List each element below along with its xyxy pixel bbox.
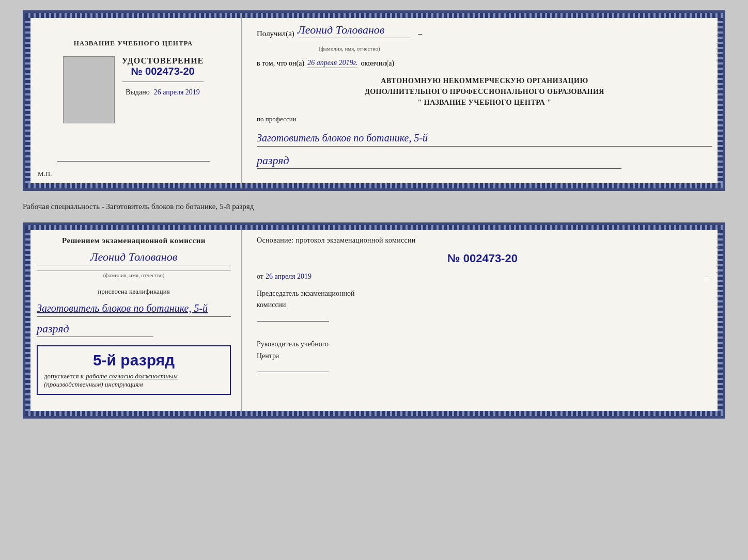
doc2-right-page: Основание: протокол экзаменационной коми… <box>242 225 723 416</box>
school-name-left: НАЗВАНИЕ УЧЕБНОГО ЦЕНТРА <box>74 39 193 48</box>
predsedatel-title: Председатель экзаменационной <box>257 288 708 299</box>
vydano-date: 26 апреля 2019 <box>154 88 200 96</box>
predsedatel-signature <box>257 311 329 322</box>
right-dashes: – – – и а ← – – – – – <box>715 23 721 104</box>
udostoverenie-title: УДОСТОВЕРЕНИЕ <box>122 56 204 66</box>
document-1: НАЗВАНИЕ УЧЕБНОГО ЦЕНТРА УДОСТОВЕРЕНИЕ №… <box>23 10 725 191</box>
doc1-right-page: Получил(а) Леонид Толованов – (фамилия, … <box>242 13 723 188</box>
org-name: " НАЗВАНИЕ УЧЕБНОГО ЦЕНТРА " <box>257 97 712 108</box>
dopuskaetsya-row: допускается к работе согласно должностны… <box>44 372 224 380</box>
photo-placeholder <box>63 56 115 123</box>
ot-label: от <box>257 273 263 281</box>
osnovanie-title: Основание: протокол экзаменационной коми… <box>257 236 708 245</box>
doc2-left-page: Решением экзаменационной комиссии Леонид… <box>25 225 242 416</box>
fio-hint-2: (фамилия, имя, отчество) <box>37 270 231 278</box>
poluchil-row: Получил(а) Леонид Толованов – <box>257 23 712 38</box>
ot-date-value: 26 апреля 2019 <box>266 273 311 281</box>
recipient-name: Леонид Толованов <box>298 23 411 38</box>
stamp-box: 5-й разряд допускается к работе согласно… <box>37 345 231 395</box>
okoncil-label: окончил(а) <box>361 59 394 68</box>
org-line1: АВТОНОМНУЮ НЕКОММЕРЧЕСКУЮ ОРГАНИЗАЦИЮ <box>257 75 712 86</box>
professiya: Заготовитель блоков по ботанике, 5-й <box>257 131 712 147</box>
name2: Леонид Толованов <box>37 250 231 265</box>
poluchil-label: Получил(а) <box>257 29 294 38</box>
resheniem-title: Решением экзаменационной комиссии <box>37 236 231 245</box>
vtom-row: в том, что он(а) 26 апреля 2019г. окончи… <box>257 59 712 68</box>
fio-hint-1: (фамилия, имя, отчество) <box>319 45 380 52</box>
ot-date-row: от 26 апреля 2019 – <box>257 273 708 281</box>
predsedatel-subtitle: комиссии <box>257 299 708 311</box>
rukovoditel-signature <box>257 362 329 372</box>
dash-1: – <box>418 29 423 38</box>
okoncil-date: 26 апреля 2019г. <box>307 59 357 68</box>
rukovoditel-subtitle: Центра <box>257 350 708 362</box>
org-line2: ДОПОЛНИТЕЛЬНОГО ПРОФЕССИОНАЛЬНОГО ОБРАЗО… <box>257 86 712 97</box>
vtom-label: в том, что он(а) <box>257 59 304 68</box>
rukovoditel-title: Руководитель учебного <box>257 339 708 350</box>
document-2: Решением экзаменационной комиссии Леонид… <box>23 222 725 419</box>
razryad2: разряд <box>37 322 153 337</box>
prisvoena-label: присвоена квалификация <box>37 287 231 296</box>
doc1-left-page: НАЗВАНИЕ УЧЕБНОГО ЦЕНТРА УДОСТОВЕРЕНИЕ №… <box>25 13 242 188</box>
predsedatel-block: Председатель экзаменационной комиссии <box>257 288 708 325</box>
specialty-label: Рабочая специальность - Заготовитель бло… <box>23 200 725 213</box>
dopuskaetsya: допускается к <box>44 372 84 380</box>
udostoverenie-number: № 002473-20 <box>122 66 204 77</box>
dopuskaetsya-work: работе согласно должностным <box>86 372 178 380</box>
org-block: АВТОНОМНУЮ НЕКОММЕРЧЕСКУЮ ОРГАНИЗАЦИЮ ДО… <box>257 75 712 108</box>
qualification: Заготовитель блоков по ботанике, 5-й <box>37 301 231 317</box>
razryad: разряд <box>257 154 621 169</box>
dopuskaetsya-instruktsii: (производственным) инструкциям <box>44 380 224 389</box>
vydano-label: Выдано <box>126 88 150 96</box>
protocol-number: № 002473-20 <box>257 252 708 265</box>
rukovoditel-block: Руководитель учебного Центра <box>257 339 708 376</box>
po-professii-label: по профессии <box>257 115 712 123</box>
stamp-rank: 5-й разряд <box>44 351 224 369</box>
right-dashes-2: – – – и а ← – – – – – <box>715 235 721 316</box>
mp-label: М.П. <box>38 170 52 178</box>
udostoverenie-block: УДОСТОВЕРЕНИЕ № 002473-20 Выдано 26 апре… <box>122 56 204 97</box>
